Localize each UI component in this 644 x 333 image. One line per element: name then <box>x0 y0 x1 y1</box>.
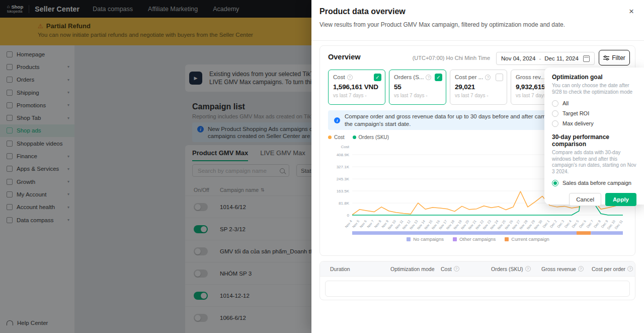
info-icon: ? <box>627 266 633 272</box>
date-end: Dec 11, 2024 <box>544 55 579 61</box>
metric-card-cost-per[interactable]: Cost per ...?29,021vs last 7 days - <box>450 70 507 105</box>
chart-legend-top: CostOrders (SKU) <box>328 135 389 140</box>
metric-sub: vs last 7 days - <box>455 93 502 98</box>
metric-label: Cost <box>333 74 345 80</box>
filter-popover: Optimization goal You can only choose th… <box>544 68 644 205</box>
comparison-options: Sales data before campaign <box>552 178 636 188</box>
metric-card-top: Orders (S...? <box>394 74 441 80</box>
column-header-cost: Cost? <box>441 266 491 272</box>
divider <box>311 40 644 41</box>
metric-card-cost[interactable]: Cost?✓1,596,161 VNDvs last 7 days - <box>328 70 385 105</box>
filter-icon <box>603 55 609 60</box>
column-label: Orders (SKU) <box>491 266 523 272</box>
metric-card-orders-s[interactable]: Orders (S...?✓55vs last 7 days - <box>389 70 446 105</box>
radio-label: All <box>562 100 569 106</box>
svg-text:Dec 2: Dec 2 <box>549 219 557 228</box>
screen: ⌂ Shop tokopedia Seller Center Data comp… <box>0 0 644 333</box>
radio-option-sales-data-before-campaign[interactable]: Sales data before campaign <box>552 178 636 188</box>
svg-text:Dec 4: Dec 4 <box>564 219 573 228</box>
svg-text:Nov 7: Nov 7 <box>366 219 375 228</box>
cancel-button[interactable]: Cancel <box>569 193 601 206</box>
radio-label: Max delivery <box>562 120 594 126</box>
modal-subtitle: View results from your Product GMV Max c… <box>319 21 565 28</box>
info-icon: ? <box>578 266 584 272</box>
svg-text:Nov 8: Nov 8 <box>373 219 382 228</box>
column-header-duration: Duration <box>330 266 390 272</box>
column-label: Cost per order <box>592 266 625 272</box>
metric-checkbox[interactable] <box>496 74 503 81</box>
metric-value: 55 <box>394 83 441 91</box>
filter-button[interactable]: Filter <box>599 50 630 65</box>
metric-checkbox[interactable]: ✓ <box>435 74 442 81</box>
svg-text:Nov 6: Nov 6 <box>359 219 367 228</box>
detail-table-empty-row <box>325 281 630 297</box>
date-range-picker[interactable]: Nov 04, 2024 - Dec 11, 2024 <box>496 52 595 65</box>
metric-card-top: Cost? <box>333 74 380 80</box>
product-data-overview-modal: Product data overview × View results fro… <box>311 0 644 333</box>
svg-text:Nov 4: Nov 4 <box>344 219 353 228</box>
radio-label: Sales data before campaign <box>562 180 631 186</box>
radio-icon <box>552 120 558 127</box>
legend-swatch-icon <box>407 237 411 241</box>
close-icon[interactable]: × <box>628 6 635 17</box>
column-label: Duration <box>330 266 350 272</box>
radio-icon <box>552 110 558 117</box>
radio-option-all[interactable]: All <box>552 98 636 108</box>
legend-dot-icon <box>328 136 332 139</box>
apply-button[interactable]: Apply <box>605 193 636 206</box>
detail-table-header: DurationOptimization modeCost?Orders (SK… <box>320 261 635 277</box>
radio-option-max-delivery[interactable]: Max delivery <box>552 118 636 128</box>
svg-text:Dec 6: Dec 6 <box>579 219 587 228</box>
column-header-gross-revenue: Gross revenue? <box>541 266 592 272</box>
column-header-optimization-mode: Optimization mode <box>390 266 441 272</box>
overview-heading: Overview <box>328 53 361 61</box>
optimization-goal-heading: Optimization goal <box>552 74 636 81</box>
legend-swatch-icon <box>453 237 457 241</box>
svg-text:163.5K: 163.5K <box>337 189 350 193</box>
radio-icon <box>552 100 558 107</box>
filter-button-label: Filter <box>612 54 625 61</box>
column-header-cost-per-order: Cost per order? <box>592 266 634 272</box>
calendar-icon <box>583 55 590 62</box>
svg-text:Dec 1: Dec 1 <box>542 219 550 228</box>
metric-value: 1,596,161 VND <box>333 83 380 91</box>
info-icon: i <box>334 117 340 123</box>
info-icon: ? <box>426 75 431 80</box>
legend-label: No campaigns <box>413 236 444 242</box>
popover-buttons: Cancel Apply <box>552 193 636 206</box>
legend-item-other-campaigns: Other campaigns <box>453 236 496 242</box>
legend-item-no-campaigns: No campaigns <box>407 236 444 242</box>
column-label: Cost <box>441 266 452 272</box>
date-start: Nov 04, 2024 <box>501 55 535 61</box>
info-icon: ? <box>454 266 459 272</box>
info-icon: ? <box>525 266 531 272</box>
optimization-goal-options: AllTarget ROIMax delivery <box>552 98 636 128</box>
metric-label: Gross rev... <box>516 74 545 80</box>
modal-title: Product data overview <box>319 7 406 16</box>
legend-swatch-icon <box>505 237 509 241</box>
legend-item-orders-sku: Orders (SKU) <box>353 135 389 140</box>
svg-text:Nov 30: Nov 30 <box>533 219 543 230</box>
svg-text:327.1K: 327.1K <box>337 165 350 169</box>
chart-legend-bottom: No campaignsOther campaignsCurrent campa… <box>328 236 628 242</box>
metric-label: Cost per ... <box>455 74 483 80</box>
column-label: Optimization mode <box>390 266 435 272</box>
legend-item-current-campaign: Current campaign <box>505 236 549 242</box>
svg-text:Dec 11: Dec 11 <box>614 219 623 230</box>
svg-text:Dec 5: Dec 5 <box>571 219 580 228</box>
svg-text:0: 0 <box>347 213 350 218</box>
info-icon: ? <box>485 75 491 80</box>
column-label: Gross revenue <box>541 266 576 272</box>
legend-item-cost: Cost <box>328 135 345 140</box>
svg-text:81.8K: 81.8K <box>339 201 350 206</box>
metric-sub: vs last 7 days - <box>333 93 380 98</box>
svg-text:408.9K: 408.9K <box>337 153 350 157</box>
comparison-desc: Compare ads data with 30-day windows bef… <box>552 150 636 175</box>
legend-label: Other campaigns <box>459 236 496 242</box>
radio-icon <box>552 180 558 186</box>
info-icon: ? <box>347 75 353 80</box>
legend-dot-icon <box>353 136 356 139</box>
column-header-orders-sku: Orders (SKU)? <box>491 266 541 272</box>
metric-checkbox[interactable]: ✓ <box>374 74 381 81</box>
radio-option-target-roi[interactable]: Target ROI <box>552 108 636 118</box>
